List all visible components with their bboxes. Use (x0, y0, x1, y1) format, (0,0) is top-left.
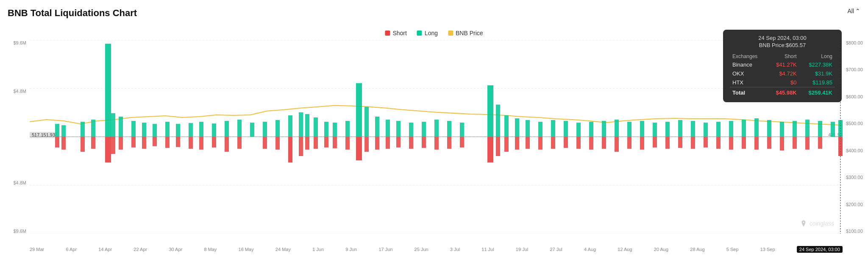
svg-rect-29 (305, 114, 309, 137)
svg-rect-83 (153, 137, 157, 146)
svg-rect-69 (793, 121, 797, 137)
svg-rect-31 (324, 122, 328, 137)
x-label: 5 Sep (726, 247, 739, 252)
svg-rect-103 (386, 137, 390, 148)
svg-rect-133 (767, 137, 771, 148)
x-label: 22 Apr (134, 247, 147, 252)
svg-rect-22 (225, 121, 229, 137)
x-label: 6 Apr (66, 247, 77, 252)
svg-rect-95 (305, 137, 309, 149)
svg-rect-104 (396, 137, 401, 147)
svg-rect-58 (653, 123, 657, 137)
svg-rect-137 (818, 137, 822, 148)
svg-rect-56 (627, 122, 632, 137)
tooltip-price: BNB Price:$605.57 (730, 42, 835, 48)
svg-rect-117 (564, 137, 568, 148)
chart-legend: Short Long BNB Price (385, 30, 483, 36)
legend-short: Short (385, 30, 406, 36)
table-row: OKX $4.72K $31.9K (730, 69, 835, 78)
svg-rect-32 (333, 123, 337, 137)
svg-rect-52 (576, 123, 581, 137)
svg-rect-25 (263, 122, 267, 137)
svg-rect-135 (793, 137, 797, 148)
tooltip-table: Exchanges Short Long Binance $41.27K $22… (730, 53, 835, 97)
svg-rect-40 (422, 122, 426, 137)
svg-rect-41 (434, 120, 439, 137)
all-button[interactable]: All ⌃ (847, 8, 860, 14)
svg-rect-59 (665, 122, 670, 137)
svg-rect-110 (487, 137, 493, 162)
svg-rect-19 (189, 123, 193, 137)
svg-rect-115 (538, 137, 542, 149)
svg-rect-18 (176, 124, 180, 137)
svg-rect-64 (729, 121, 733, 137)
legend-bnb-price: BNB Price (448, 30, 483, 36)
svg-rect-127 (691, 137, 695, 148)
y-axis-right: $800.00 $700.00 $600.00 $500.00 $400.00 … (843, 40, 868, 234)
svg-rect-116 (551, 137, 555, 148)
svg-rect-75 (61, 137, 66, 149)
svg-rect-21 (212, 123, 216, 137)
svg-rect-47 (515, 118, 519, 137)
svg-rect-14 (131, 121, 136, 137)
svg-rect-16 (153, 124, 157, 137)
svg-rect-87 (199, 137, 203, 149)
x-label: 28 Aug (690, 247, 704, 252)
svg-rect-63 (716, 122, 721, 137)
x-label: 9 Jun (345, 247, 357, 252)
svg-rect-77 (81, 137, 85, 151)
x-label: 19 Jul (516, 247, 528, 252)
x-label: 30 Apr (169, 247, 182, 252)
svg-rect-76 (105, 137, 111, 162)
svg-rect-113 (515, 137, 519, 149)
svg-rect-128 (704, 137, 708, 147)
svg-rect-12 (111, 113, 115, 137)
svg-rect-80 (119, 137, 123, 149)
short-color-dot (385, 31, 390, 36)
svg-rect-91 (263, 137, 267, 148)
svg-rect-102 (375, 137, 379, 149)
svg-rect-130 (729, 137, 733, 149)
svg-rect-7 (105, 44, 111, 137)
svg-rect-28 (299, 112, 303, 137)
svg-rect-55 (615, 120, 619, 137)
svg-rect-24 (250, 123, 254, 137)
svg-rect-129 (716, 137, 721, 148)
svg-rect-67 (767, 120, 771, 137)
x-label: 13 Sep (760, 247, 775, 252)
x-label: 24 May (275, 247, 291, 252)
svg-rect-60 (678, 120, 682, 137)
svg-rect-89 (225, 137, 229, 151)
x-axis: 29 Mar 6 Apr 14 Apr 22 Apr 30 Apr 8 May … (30, 246, 843, 253)
svg-rect-86 (189, 137, 193, 148)
svg-rect-97 (324, 137, 328, 147)
svg-rect-13 (119, 117, 123, 137)
chart-title: BNB Total Liquidations Chart (8, 8, 137, 19)
svg-rect-109 (460, 137, 464, 147)
tooltip: 24 Sep 2024, 03:00 BNB Price:$605.57 Exc… (723, 30, 842, 102)
svg-rect-66 (754, 118, 759, 137)
svg-rect-70 (805, 120, 810, 137)
svg-rect-78 (91, 137, 95, 148)
svg-rect-131 (742, 137, 746, 148)
svg-rect-107 (434, 137, 439, 149)
svg-rect-111 (496, 137, 500, 156)
svg-rect-62 (704, 123, 708, 137)
chart-container: BNB Total Liquidations Chart All ⌃ Short… (0, 0, 868, 257)
svg-rect-53 (589, 122, 593, 137)
svg-rect-48 (526, 120, 530, 137)
svg-rect-112 (504, 137, 509, 151)
svg-rect-68 (780, 122, 784, 137)
svg-rect-132 (754, 137, 759, 149)
svg-rect-74 (55, 137, 59, 147)
svg-rect-45 (496, 105, 500, 137)
svg-rect-94 (299, 137, 303, 156)
svg-rect-33 (345, 121, 350, 137)
svg-rect-50 (551, 120, 555, 137)
bnb-price-color-dot (448, 31, 453, 36)
svg-rect-34 (356, 83, 362, 137)
tooltip-date: 24 Sep 2024, 03:00 (730, 35, 835, 41)
svg-rect-36 (375, 117, 379, 137)
svg-rect-100 (356, 137, 362, 160)
svg-rect-71 (818, 121, 822, 137)
